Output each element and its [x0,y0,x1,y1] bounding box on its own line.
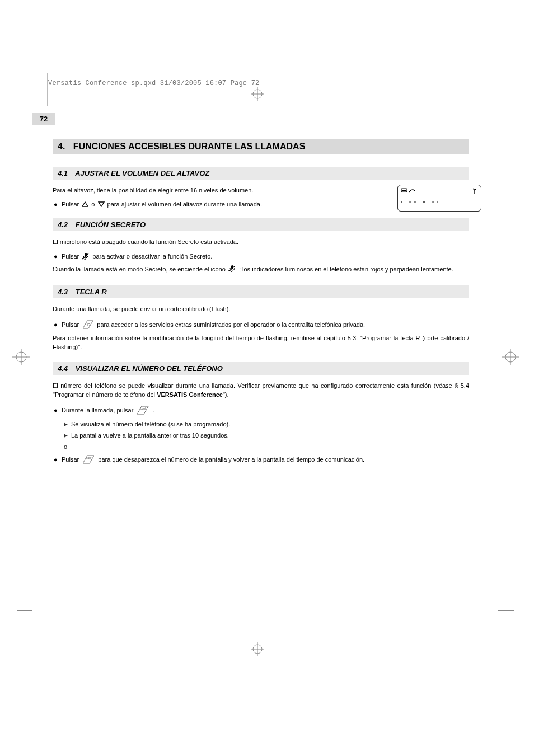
bullet-icon: ● [54,201,57,208]
text: o [91,201,96,208]
mic-mute-icon [82,252,90,261]
section-heading-4-4: 4.4 VISUALIZAR EL NÚMERO DEL TELÉFONO [53,362,469,375]
text: El número del teléfono se puede visualiz… [53,382,469,398]
chapter-number: 4. [58,142,65,151]
paragraph: Para obtener información sobre la modifi… [53,334,469,352]
section-number: 4.4 [58,364,68,373]
or-separator: o [64,443,469,450]
text: . [153,407,154,414]
bullet-icon: ● [54,457,57,463]
registration-mark-top-icon [251,87,264,101]
text: para que desaparezca el número de la pan… [98,456,364,463]
svg-text:conf: conf [86,456,92,459]
list-item: ● Pulsar para activar o desactivar la fu… [53,252,469,261]
section-title: FUNCIÓN SECRETO [76,220,146,229]
content-area: 4. FUNCIONES ACCESIBLES DURANTE LAS LLAM… [53,139,469,469]
registration-mark-bottom-icon [251,642,264,656]
section-title: TECLA R [76,288,107,296]
section-number: 4.3 [58,288,68,296]
section-number: 4.2 [58,220,68,229]
up-triangle-icon [82,201,88,208]
text: Pulsar [62,253,81,260]
chapter-title: FUNCIONES ACCESIBLES DURANTE LAS LLAMADA… [73,142,306,151]
sub-list-item: ▶ La pantalla vuelve a la pantalla anter… [64,432,469,439]
triangle-bullet-icon: ▶ [64,421,68,427]
conf-key-icon: conf [82,454,95,466]
text: Pulsar [62,201,81,208]
page: Versatis_Conference_sp.qxd 31/03/2005 16… [0,0,534,756]
paragraph: El micrófono está apagado cuando la func… [53,238,469,247]
paragraph: Cuando la llamada está en modo Secreto, … [53,265,469,275]
triangle-bullet-icon: ▶ [64,433,68,438]
list-item: ● Durante la llamada, pulsar conf . [53,405,469,416]
mic-mute-icon [228,265,236,275]
list-item: ● Pulsar conf para que desaparezca el nú… [53,454,469,466]
section-title: VISUALIZAR EL NÚMERO DEL TELÉFONO [76,364,223,373]
registration-mark-right-icon [502,349,519,365]
text: La pantalla vuelve a la pantalla anterio… [71,432,229,439]
section-heading-4-3: 4.3 TECLA R [53,285,469,298]
paragraph: Para el altavoz, tiene la posibilidad de… [53,186,321,195]
text: "). [223,391,229,398]
paragraph: Durante una llamada, se puede enviar un … [53,305,469,314]
crop-line [47,73,48,106]
section-heading-4-2: 4.2 FUNCIÓN SECRETO [53,218,469,231]
text: para acceder a los servicios extras sumi… [97,321,365,328]
section-title: AJUSTAR EL VOLUMEN DEL ALTAVOZ [75,169,209,177]
bullet-icon: ● [54,322,57,328]
crop-mark-left-icon [17,610,32,612]
text: para ajustar el volumen del altavoz dura… [107,201,262,208]
section-heading-4-1: 4.1 AJUSTAR EL VOLUMEN DEL ALTAVOZ [53,167,469,180]
svg-text:R: R [87,322,91,327]
page-number: 72 [32,113,55,125]
text: ; los indicadores luminosos en el teléfo… [239,266,453,273]
crop-mark-right-icon [498,610,514,612]
text: Se visualiza el número del teléfono (si … [71,421,230,428]
section-number: 4.1 [58,169,68,177]
conf-key-icon: conf [136,405,149,416]
text: Pulsar [62,456,81,463]
r-key-icon: R [82,320,94,331]
text: Durante la llamada, pulsar [62,407,135,414]
print-meta-header: Versatis_Conference_sp.qxd 31/03/2005 16… [48,79,259,87]
bullet-icon: ● [54,407,57,414]
sub-list-item: ▶ Se visualiza el número del teléfono (s… [64,421,469,428]
chapter-heading: 4. FUNCIONES ACCESIBLES DURANTE LAS LLAM… [53,139,469,154]
text-bold: VERSATIS Conference [157,391,223,398]
svg-text:conf: conf [140,407,146,410]
text: Cuando la llamada está en modo Secreto, … [53,266,227,273]
text: para activar o desactivar la función Sec… [92,253,212,260]
lcd-antenna-icon [472,186,477,196]
registration-mark-left-icon [12,349,30,365]
bullet-icon: ● [54,253,57,260]
down-triangle-icon [98,201,105,208]
text: Pulsar [62,321,81,328]
list-item: ● Pulsar o para ajustar el volumen del a… [53,201,321,208]
paragraph: El número del teléfono se puede visualiz… [53,382,469,400]
list-item: ● Pulsar R para acceder a los servicios … [53,320,469,331]
